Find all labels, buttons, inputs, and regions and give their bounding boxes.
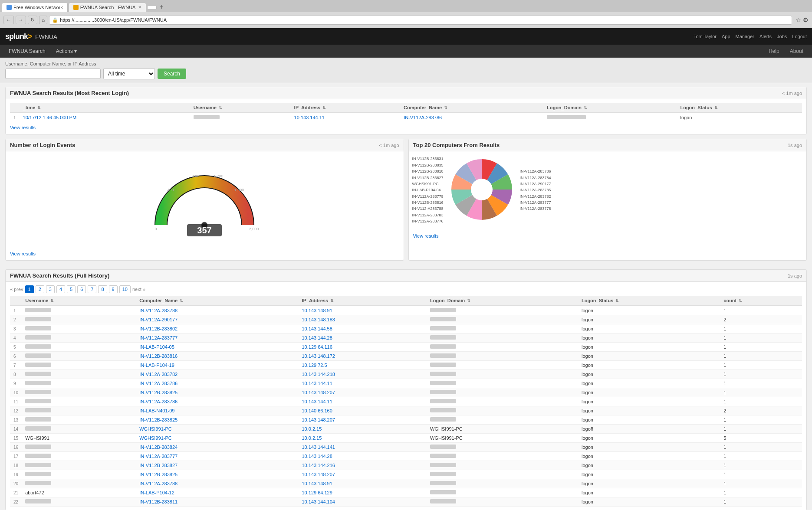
computer-link[interactable]: IN-V112A-283777 bbox=[139, 454, 178, 459]
ip-link[interactable]: 10.0.2.15 bbox=[302, 426, 322, 432]
ip-link[interactable]: 10.143.148.172 bbox=[302, 353, 335, 359]
computer-link[interactable]: IN-LAB-P104-12 bbox=[139, 490, 174, 495]
ip-link[interactable]: 10.143.144.28 bbox=[302, 335, 332, 340]
computer-link[interactable]: IN-LAB-P104-19 bbox=[139, 363, 174, 368]
ip-link[interactable]: 10.143.148.207 bbox=[302, 390, 335, 395]
time-range-select[interactable]: All time Last 15 minutes Last hour Last … bbox=[103, 68, 155, 79]
computer-link[interactable]: IN-V112B-283825 bbox=[139, 390, 178, 395]
history-col-computer[interactable]: Computer_Name ⇅ bbox=[136, 296, 298, 306]
nav-jobs-link[interactable]: Jobs bbox=[777, 34, 787, 39]
computer-link[interactable]: IN-V112B-283825 bbox=[139, 417, 178, 422]
search-button[interactable]: Search bbox=[158, 69, 186, 79]
computer-link[interactable]: IN-LAB-N401-09 bbox=[139, 408, 174, 413]
history-col-ip[interactable]: IP_Address ⇅ bbox=[298, 296, 427, 306]
ip-link[interactable]: 10.143.148.207 bbox=[302, 472, 335, 477]
ip-link[interactable]: 10.129.64.129 bbox=[302, 490, 332, 495]
computer-link[interactable]: IN-V112B-283811 bbox=[139, 499, 178, 504]
col-username[interactable]: Username ⇅ bbox=[190, 103, 291, 113]
view-results-recent[interactable]: View results bbox=[10, 125, 36, 130]
ip-link[interactable]: 10.143.144.218 bbox=[302, 372, 335, 377]
ip-link[interactable]: 10.0.2.15 bbox=[302, 435, 322, 441]
col-logon-status[interactable]: Logon_Status ⇅ bbox=[677, 103, 802, 113]
computer-link-1[interactable]: IN-V112A-283786 bbox=[404, 115, 442, 120]
time-link-1[interactable]: 10/17/12 1:46:45.000 PM bbox=[23, 115, 77, 120]
computer-link[interactable]: IN-V112B-283816 bbox=[139, 353, 178, 359]
domain-redacted bbox=[430, 399, 456, 403]
view-results-gauge[interactable]: View results bbox=[10, 251, 36, 256]
bookmark-button[interactable]: ☆ bbox=[796, 16, 801, 23]
computer-link[interactable]: WGHSI991-PC bbox=[139, 435, 172, 441]
row-num: 8 bbox=[10, 370, 22, 379]
computer-link[interactable]: IN-V112B-283802 bbox=[139, 326, 178, 331]
settings-button[interactable]: ⚙ bbox=[803, 16, 809, 23]
page-btn-8[interactable]: 8 bbox=[98, 285, 107, 293]
col-time[interactable]: _time ⇅ bbox=[20, 103, 190, 113]
col-ip-address[interactable]: IP_Address ⇅ bbox=[291, 103, 400, 113]
computer-link[interactable]: IN-V112B-283825 bbox=[139, 472, 178, 477]
ip-link[interactable]: 10.143.148.183 bbox=[302, 317, 335, 322]
panel-recent-login-title: FWNUA Search Results (Most Recent Login) bbox=[10, 90, 129, 96]
computer-link[interactable]: IN-V112A-290177 bbox=[139, 317, 178, 322]
page-btn-7[interactable]: 7 bbox=[88, 285, 96, 293]
tab-close-2[interactable]: ✕ bbox=[138, 5, 141, 10]
computer-link[interactable]: IN-V112A-283788 bbox=[139, 481, 178, 486]
help-link[interactable]: Help bbox=[765, 46, 783, 56]
ip-link[interactable]: 10.143.144.216 bbox=[302, 463, 335, 468]
browser-tab-3[interactable] bbox=[147, 5, 157, 9]
reload-button[interactable]: ↻ bbox=[28, 16, 37, 24]
page-btn-1[interactable]: 1 bbox=[25, 285, 34, 293]
computer-link[interactable]: IN-V112B-283824 bbox=[139, 445, 178, 450]
computer-link[interactable]: IN-V112B-283827 bbox=[139, 463, 178, 468]
splunk-nav-right: Tom Taylor App Manager Alerts Jobs Logou… bbox=[694, 34, 807, 39]
col-logon-domain[interactable]: Logon_Domain ⇅ bbox=[543, 103, 677, 113]
ip-link[interactable]: 10.143.148.91 bbox=[302, 308, 332, 313]
ip-link[interactable]: 10.143.144.11 bbox=[302, 381, 332, 386]
page-btn-6[interactable]: 6 bbox=[77, 285, 86, 293]
ip-link[interactable]: 10.129.64.116 bbox=[302, 344, 332, 350]
about-link[interactable]: About bbox=[786, 46, 807, 56]
page-btn-10[interactable]: 10 bbox=[119, 285, 131, 293]
view-results-pie[interactable]: View results bbox=[413, 233, 439, 239]
ip-link[interactable]: 10.143.144.28 bbox=[302, 454, 332, 459]
browser-tab-1[interactable]: Free Windows Network bbox=[2, 3, 68, 12]
computer-link[interactable]: WGHSI991-PC bbox=[139, 426, 172, 432]
history-col-username[interactable]: Username ⇅ bbox=[22, 296, 136, 306]
page-btn-4[interactable]: 4 bbox=[56, 285, 65, 293]
history-col-count[interactable]: count ⇅ bbox=[720, 296, 802, 306]
nav-manager-link[interactable]: Manager bbox=[736, 34, 754, 39]
computer-link[interactable]: IN-LAB-P104-05 bbox=[139, 344, 174, 350]
new-tab-button[interactable]: + bbox=[158, 3, 165, 11]
nav-app-link[interactable]: App bbox=[722, 34, 730, 39]
computer-link[interactable]: IN-V112A-283782 bbox=[139, 372, 178, 377]
ip-link[interactable]: 10.143.148.91 bbox=[302, 481, 332, 486]
page-btn-5[interactable]: 5 bbox=[67, 285, 76, 293]
history-col-status[interactable]: Logon_Status ⇅ bbox=[578, 296, 720, 306]
search-input[interactable] bbox=[5, 69, 101, 79]
nav-alerts-link[interactable]: Alerts bbox=[759, 34, 772, 39]
ip-link[interactable]: 10.143.144.11 bbox=[302, 399, 332, 404]
actions-dropdown-button[interactable]: Actions ▾ bbox=[53, 46, 81, 56]
ip-link[interactable]: 10.129.72.5 bbox=[302, 363, 327, 368]
computer-link[interactable]: IN-V112A-283786 bbox=[139, 399, 178, 404]
address-box[interactable]: 🔒 https://...............3000/en-US/app/… bbox=[49, 16, 792, 25]
forward-button[interactable]: → bbox=[16, 16, 26, 24]
fwnua-search-navlink[interactable]: FWNUA Search bbox=[5, 46, 49, 56]
page-btn-9[interactable]: 9 bbox=[109, 285, 118, 293]
computer-link[interactable]: IN-V112A-283777 bbox=[139, 335, 178, 340]
ip-link[interactable]: 10.143.144.104 bbox=[302, 499, 335, 504]
computer-link[interactable]: IN-V112A-283786 bbox=[139, 381, 178, 386]
browser-tab-2[interactable]: FWNUA Search - FWNUA ✕ bbox=[69, 3, 147, 12]
ip-link[interactable]: 10.143.144.141 bbox=[302, 445, 335, 450]
history-col-domain[interactable]: Logon_Domain ⇅ bbox=[427, 296, 578, 306]
page-btn-3[interactable]: 3 bbox=[46, 285, 55, 293]
home-button[interactable]: ⌂ bbox=[39, 16, 47, 24]
computer-link[interactable]: IN-V112A-283788 bbox=[139, 308, 178, 313]
back-button[interactable]: ← bbox=[3, 16, 14, 24]
page-btn-2[interactable]: 2 bbox=[36, 285, 44, 293]
ip-link-1[interactable]: 10.143.144.11 bbox=[294, 115, 325, 120]
ip-link[interactable]: 10.140.66.160 bbox=[302, 408, 332, 413]
ip-link[interactable]: 10.143.148.207 bbox=[302, 417, 335, 422]
ip-link[interactable]: 10.143.144.58 bbox=[302, 326, 332, 331]
col-computer-name[interactable]: Computer_Name ⇅ bbox=[400, 103, 543, 113]
nav-logout-link[interactable]: Logout bbox=[792, 34, 807, 39]
